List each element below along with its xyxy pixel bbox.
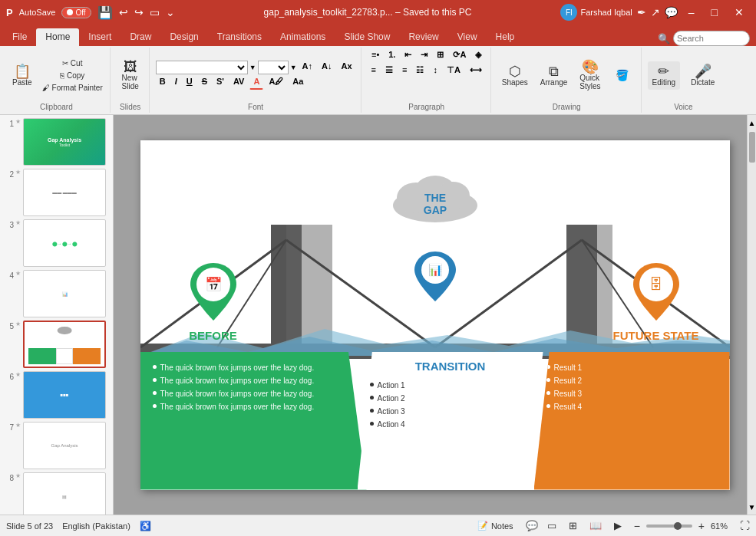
autosave-toggle[interactable]: Off bbox=[61, 7, 91, 18]
italic-btn[interactable]: I bbox=[171, 76, 181, 90]
line-spacing-btn[interactable]: ↕ bbox=[429, 64, 441, 78]
shape-fill-button[interactable]: 🪣 bbox=[609, 67, 636, 84]
pen-icon[interactable]: ✒ bbox=[637, 6, 646, 18]
decrease-indent-btn[interactable]: ⇤ bbox=[401, 49, 415, 63]
slide-thumb-7[interactable]: 7 ★ Gap Analysis bbox=[3, 422, 110, 469]
arrange-button[interactable]: ⧉ Arrange bbox=[536, 61, 573, 90]
char-spacing-btn[interactable]: AV bbox=[229, 76, 248, 90]
user-avatar: FI bbox=[560, 4, 577, 21]
slide-canvas[interactable]: THE GAP bbox=[140, 140, 730, 490]
scroll-thumb[interactable] bbox=[749, 132, 755, 163]
new-slide-label: NewSlide bbox=[122, 74, 139, 90]
slideshow-btn[interactable]: ▶ bbox=[611, 518, 625, 533]
strikethrough-btn[interactable]: S bbox=[198, 76, 211, 90]
shapes-button[interactable]: ⬡ Shapes bbox=[497, 61, 533, 90]
scroll-down-arrow[interactable]: ▼ bbox=[748, 499, 756, 515]
scroll-up-arrow[interactable]: ▲ bbox=[748, 115, 756, 130]
font-decrease-btn[interactable]: A↓ bbox=[318, 61, 335, 74]
font-size-select[interactable] bbox=[258, 61, 289, 74]
new-slide-button[interactable]: 🖼 NewSlide bbox=[117, 57, 144, 94]
dictate-button[interactable]: 🎤 Dictate bbox=[686, 61, 719, 90]
slide-thumb-2[interactable]: 2 ★ ▬▬ ▬▬▬ bbox=[3, 169, 110, 216]
paste-button[interactable]: 📋 Paste bbox=[8, 61, 37, 90]
redo-icon[interactable]: ↪ bbox=[134, 6, 144, 18]
tab-view[interactable]: View bbox=[448, 28, 487, 46]
maximize-button[interactable]: □ bbox=[705, 5, 724, 20]
accessibility-icon[interactable]: ♿ bbox=[140, 521, 151, 531]
font-color-btn[interactable]: A bbox=[249, 76, 263, 90]
text-direction-btn[interactable]: ⟳A bbox=[449, 49, 470, 63]
format-painter-button[interactable]: 🖌Format Painter bbox=[40, 82, 105, 94]
editing-button[interactable]: ✏ Editing bbox=[648, 61, 681, 90]
zoom-in-btn[interactable]: + bbox=[695, 520, 708, 532]
dictate-icon: 🎤 bbox=[695, 64, 711, 78]
clear-format-btn[interactable]: Ax bbox=[337, 61, 355, 74]
editing-icon: ✏ bbox=[658, 64, 669, 78]
slide-thumb-5[interactable]: 5 ★ bbox=[3, 321, 110, 368]
slide-thumb-3[interactable]: 3 ★ ⬤→⬤→⬤ bbox=[3, 219, 110, 267]
share-icon[interactable]: ↗ bbox=[651, 6, 660, 18]
more-icon[interactable]: ⌄ bbox=[166, 6, 175, 18]
shadow-btn[interactable]: S' bbox=[213, 76, 228, 90]
font-name-arrow[interactable]: ▼ bbox=[249, 64, 256, 71]
slide-thumb-8[interactable]: 8 ★ ▤ bbox=[3, 472, 110, 515]
uppercase-btn[interactable]: Aa bbox=[289, 76, 307, 90]
highlight-btn[interactable]: A🖊 bbox=[265, 76, 287, 90]
tab-help[interactable]: Help bbox=[487, 28, 524, 46]
tab-home[interactable]: Home bbox=[36, 28, 79, 46]
tab-file[interactable]: File bbox=[3, 28, 36, 46]
search-input[interactable] bbox=[673, 31, 750, 46]
titlebar: P AutoSave Off 💾 ↩ ↪ ▭ ⌄ gap_analysis_to… bbox=[0, 0, 756, 25]
copy-button[interactable]: ⎘Copy bbox=[40, 70, 105, 81]
comments-status-icon[interactable]: 💬 bbox=[526, 520, 538, 531]
canvas-scrollbar[interactable]: ▲ ▼ bbox=[747, 115, 756, 515]
quick-styles-button[interactable]: 🎨 QuickStyles bbox=[575, 57, 605, 94]
convert-to-smartart-btn[interactable]: ⟷ bbox=[466, 64, 486, 78]
slide-thumb-4[interactable]: 4 ★ 📊 bbox=[3, 270, 110, 317]
align-center-btn[interactable]: ☰ bbox=[381, 64, 397, 78]
align-right-btn[interactable]: ≡ bbox=[398, 64, 411, 78]
font-size-arrow[interactable]: ▼ bbox=[290, 64, 297, 71]
before-section: The quick brown fox jumps over the lazy … bbox=[140, 352, 367, 490]
reading-view-btn[interactable]: 📖 bbox=[586, 518, 605, 533]
cut-button[interactable]: ✂Cut bbox=[40, 58, 105, 69]
close-button[interactable]: ✕ bbox=[728, 5, 750, 20]
tab-draw[interactable]: Draw bbox=[120, 28, 160, 46]
bullets-btn[interactable]: ≡• bbox=[368, 49, 383, 63]
numbering-btn[interactable]: 1. bbox=[385, 49, 399, 63]
font-name-select[interactable] bbox=[156, 61, 248, 74]
smartart-btn[interactable]: ◈ bbox=[471, 49, 485, 63]
svg-text:THE: THE bbox=[424, 192, 446, 204]
zoom-slider[interactable] bbox=[646, 524, 692, 528]
undo-icon[interactable]: ↩ bbox=[119, 6, 128, 18]
align-left-btn[interactable]: ≡ bbox=[368, 64, 380, 78]
before-bullet-4: The quick brown fox jumps over the lazy … bbox=[153, 402, 355, 412]
slide-thumb-1[interactable]: 1 ★ Gap Analysis Toolkit bbox=[3, 118, 110, 166]
zoom-out-btn[interactable]: − bbox=[631, 520, 643, 532]
justify-btn[interactable]: ☷ bbox=[412, 64, 428, 78]
columns-btn[interactable]: ⊞ bbox=[433, 49, 447, 63]
fit-window-btn[interactable]: ⛶ bbox=[740, 520, 750, 531]
present-icon[interactable]: ▭ bbox=[150, 6, 160, 18]
tab-review[interactable]: Review bbox=[399, 28, 447, 46]
tab-design[interactable]: Design bbox=[160, 28, 207, 46]
zoom-thumb[interactable] bbox=[674, 522, 682, 530]
tab-insert[interactable]: Insert bbox=[79, 28, 120, 46]
underline-btn[interactable]: U bbox=[183, 76, 196, 90]
slide-thumb-6[interactable]: 6 ★ ■■■ bbox=[3, 371, 110, 419]
toolbar-save-icon[interactable]: 💾 bbox=[97, 5, 113, 20]
user-info: FI Farshad Iqbal bbox=[560, 4, 632, 21]
font-increase-btn[interactable]: A↑ bbox=[299, 61, 316, 74]
tab-slideshow[interactable]: Slide Show bbox=[335, 28, 399, 46]
normal-view-btn[interactable]: ▭ bbox=[544, 518, 560, 533]
slide-img-2: ▬▬ ▬▬▬ bbox=[23, 169, 106, 216]
slide-sorter-btn[interactable]: ⊞ bbox=[566, 518, 580, 533]
tab-transitions[interactable]: Transitions bbox=[208, 28, 271, 46]
comments-icon[interactable]: 💬 bbox=[665, 6, 678, 18]
notes-button[interactable]: 📝 Notes bbox=[471, 519, 520, 532]
align-text-btn[interactable]: ⊤A bbox=[443, 64, 464, 78]
tab-animations[interactable]: Animations bbox=[271, 28, 335, 46]
bold-btn[interactable]: B bbox=[156, 76, 170, 90]
increase-indent-btn[interactable]: ⇥ bbox=[417, 49, 431, 63]
minimize-button[interactable]: – bbox=[682, 5, 701, 20]
